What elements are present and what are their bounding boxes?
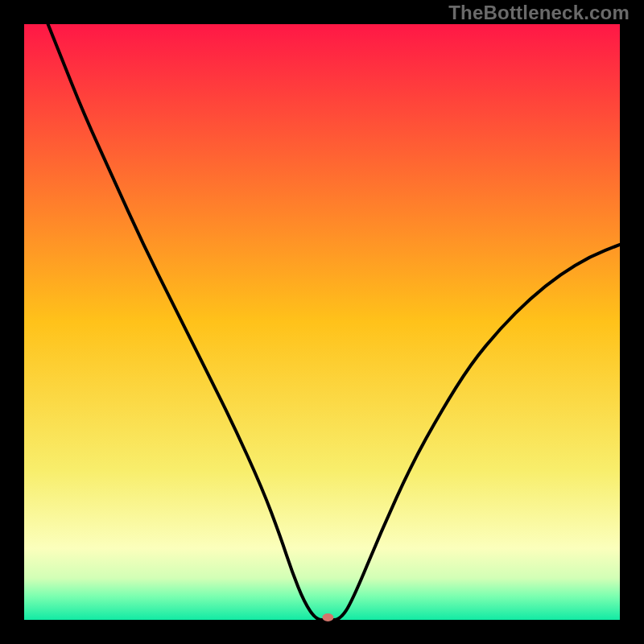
watermark-text: TheBottleneck.com bbox=[448, 2, 630, 24]
bottleneck-chart bbox=[0, 0, 644, 644]
gradient-bg bbox=[24, 24, 620, 620]
chart-svg bbox=[0, 0, 644, 644]
optimum-marker bbox=[322, 613, 333, 621]
